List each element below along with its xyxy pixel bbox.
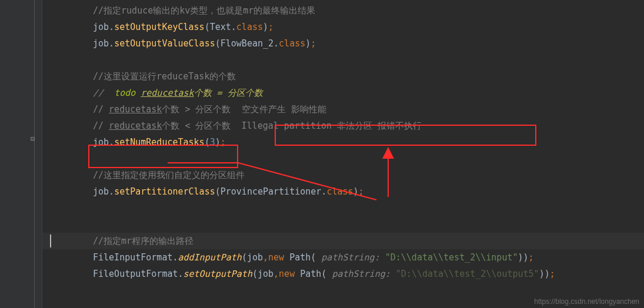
class-ref: ProvincePartitioner <box>221 186 322 197</box>
code-editor[interactable]: //指定ruduce输出的kv类型，也就是mr的最终输出结果 job.setOu… <box>42 0 644 308</box>
method-call: addInputPath <box>178 252 242 263</box>
blank-line <box>49 200 644 216</box>
comment-text: //指定ruduce输出的kv类型，也就是mr的最终输出结果 <box>93 5 315 16</box>
code-line: job.setNumReduceTasks(3); <box>49 134 644 150</box>
class-ref: Text <box>210 22 231 32</box>
comment-text: //这里指定使用我们自定义的分区组件 <box>93 170 245 180</box>
caret-line <box>49 216 644 233</box>
code-line: // reducetask个数 < 分区个数 Illegal partition… <box>49 118 644 134</box>
code-line: //这里设置运行reduceTask的个数 <box>49 68 644 85</box>
comment-text: //这里设置运行reduceTask的个数 <box>93 71 236 82</box>
code-line: // reducetask个数 > 分区个数 空文件产生 影响性能 <box>49 101 644 118</box>
blank-line <box>49 52 644 68</box>
fold-guide-line <box>34 0 35 308</box>
code-line: //指定ruduce输出的kv类型，也就是mr的最终输出结果 <box>49 2 644 19</box>
number-literal: 3 <box>210 137 215 148</box>
keyword: class <box>236 22 263 32</box>
method-call: setOutputPath <box>183 269 252 279</box>
dot: . <box>109 22 114 32</box>
comment-text: //指定mr程序的输出路径 <box>93 236 193 246</box>
code-line: FileInputFormat.addInputPath(job,new Pat… <box>49 249 644 266</box>
parameter-hint: pathString: <box>316 252 385 263</box>
class-ref: FileOutputFormat <box>93 269 178 279</box>
method-call: setNumReduceTasks <box>114 137 205 148</box>
code-line: job.setOutputKeyClass(Text.class); <box>49 19 644 35</box>
identifier: job <box>93 22 109 32</box>
code-line: FileOutputFormat.setOutputPath(job,new P… <box>49 266 644 282</box>
class-ref: FlowBean_2 <box>221 38 273 49</box>
watermark-text: https://blog.csdn.net/longyanchen <box>534 297 639 306</box>
method-call: setOutputKeyClass <box>114 22 205 32</box>
string-literal: "D:\\data\\test_2\\output5" <box>396 269 539 279</box>
todo-marker: todo <box>114 88 141 98</box>
blank-line <box>49 150 644 167</box>
class-ref: FileInputFormat <box>93 252 172 263</box>
fold-toggle-icon[interactable]: ⊟ <box>31 135 35 143</box>
code-line: //这里指定使用我们自定义的分区组件 <box>49 167 644 183</box>
box-text-2: Illegal partition 非法分区 报错不执行 <box>242 120 422 131</box>
code-line: //指定mr程序的输出路径 <box>49 233 644 249</box>
method-call: setOutputValueClass <box>114 38 215 49</box>
code-line: job.setPartitionerClass(ProvincePartitio… <box>49 183 644 200</box>
method-call: setPartitionerClass <box>114 186 215 197</box>
code-line: job.setOutputValueClass(FlowBean_2.class… <box>49 35 644 52</box>
string-literal: "D:\\data\\test_2\\input" <box>385 252 518 263</box>
text-caret <box>50 235 51 247</box>
editor-gutter: ⊟ <box>0 0 42 308</box>
code-line: // todo reducetask个数 = 分区个数 <box>49 85 644 101</box>
